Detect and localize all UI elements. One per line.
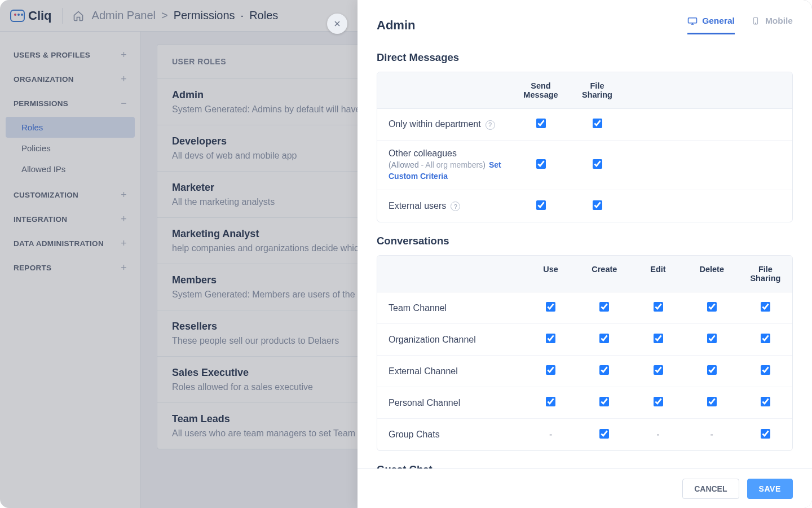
checkbox[interactable] [599,334,609,343]
checkbox[interactable] [761,365,770,375]
sidebar: USERS & PROFILES+ ORGANIZATION+ PERMISSI… [0,32,141,508]
sidebar-item-allowed-ips[interactable]: Allowed IPs [0,159,140,179]
tab-mobile[interactable]: Mobile [751,16,793,34]
cliq-icon [10,10,25,22]
panel-footer: CANCEL SAVE [358,468,812,508]
table-row: Other colleagues(Allowed - All org membe… [377,141,792,190]
checkbox[interactable] [536,119,546,128]
plus-icon: + [121,73,127,85]
tab-general[interactable]: General [687,16,735,34]
section-conversations: Conversations [377,235,793,247]
checkbox[interactable] [761,429,770,439]
not-applicable: - [549,430,552,439]
breadcrumbs: Admin Panel > Permissions · Roles [92,9,279,22]
checkbox[interactable] [546,397,555,406]
brand-logo: Cliq [10,8,52,23]
checkbox[interactable] [599,397,609,406]
checkbox[interactable] [654,397,663,406]
help-icon[interactable]: ? [486,120,495,130]
section-guest-chat: Guest Chat [377,463,793,468]
row-sublabel: (Allowed - All org members)Set Custom Cr… [389,160,501,182]
checkbox[interactable] [546,365,555,375]
section-direct-messages: Direct Messages [377,51,793,64]
close-icon [333,19,342,28]
dm-table: Send Message File Sharing Only within de… [377,72,793,222]
col-file-sharing: File Sharing [739,256,792,292]
role-detail-panel: Admin General Mobile Direct Messages Sen… [358,0,812,508]
divider [62,8,63,24]
crumb-permissions[interactable]: Permissions [174,9,235,22]
col-send-message: Send Message [513,72,569,108]
home-icon[interactable] [73,10,84,21]
crumb-admin[interactable]: Admin Panel [92,9,156,22]
nav-customization[interactable]: CUSTOMIZATION+ [0,183,140,207]
brand-name: Cliq [28,8,52,23]
close-button[interactable] [327,14,347,34]
help-icon[interactable]: ? [451,202,460,211]
row-label: Only within department? [377,111,513,137]
row-label: External Channel [377,358,524,384]
not-applicable: - [656,430,659,439]
row-label: Group Chats [377,422,524,448]
panel-tabs: General Mobile [687,16,793,34]
checkbox[interactable] [654,302,663,312]
nav-permissions[interactable]: PERMISSIONS− [0,91,140,116]
checkbox[interactable] [546,302,555,312]
plus-icon: + [121,189,127,201]
checkbox[interactable] [599,302,609,312]
monitor-icon [687,17,698,25]
nav-users-profiles[interactable]: USERS & PROFILES+ [0,43,140,67]
table-row: Personal Channel [377,387,792,419]
table-row: Group Chats--- [377,419,792,450]
table-row: External users? [377,190,792,222]
nav-reports[interactable]: REPORTS+ [0,256,140,280]
checkbox[interactable] [593,159,602,169]
crumb-sep: · [241,9,244,22]
checkbox[interactable] [707,397,717,406]
checkbox[interactable] [599,429,609,439]
table-row: Only within department? [377,109,792,141]
checkbox[interactable] [761,334,770,343]
crumb-roles[interactable]: Roles [249,9,278,22]
checkbox[interactable] [654,334,663,343]
row-label: Personal Channel [377,390,524,416]
checkbox[interactable] [761,397,770,406]
col-file-sharing: File Sharing [569,72,625,108]
col-use: Use [524,256,577,292]
checkbox[interactable] [593,200,602,210]
row-label: External users? [377,193,513,219]
row-label: Organization Channel [377,327,524,353]
nav-organization[interactable]: ORGANIZATION+ [0,67,140,91]
row-label: Team Channel [377,295,524,321]
checkbox[interactable] [654,365,663,375]
panel-title: Admin [377,18,415,33]
checkbox[interactable] [707,365,717,375]
checkbox[interactable] [593,119,602,128]
nav-data-admin[interactable]: DATA ADMINISTRATION+ [0,231,140,256]
table-row: Team Channel [377,292,792,324]
svg-point-2 [755,23,756,24]
crumb-sep: > [161,9,168,22]
plus-icon: + [121,238,127,249]
cancel-button[interactable]: CANCEL [682,479,739,499]
checkbox[interactable] [536,200,546,210]
checkbox[interactable] [707,302,717,312]
sidebar-item-roles[interactable]: Roles [6,117,135,138]
save-button[interactable]: SAVE [747,479,793,499]
col-create: Create [577,256,631,292]
checkbox[interactable] [546,334,555,343]
not-applicable: - [710,430,713,439]
conv-table: Use Create Edit Delete File Sharing Team… [377,255,793,451]
checkbox[interactable] [707,334,717,343]
nav-integration[interactable]: INTEGRATION+ [0,207,140,231]
plus-icon: + [121,262,127,274]
checkbox[interactable] [599,365,609,375]
checkbox[interactable] [761,302,770,312]
sidebar-item-policies[interactable]: Policies [0,138,140,159]
col-delete: Delete [685,256,739,292]
svg-rect-0 [689,18,697,23]
table-row: External Channel [377,356,792,387]
checkbox[interactable] [536,159,546,169]
plus-icon: + [121,213,127,225]
plus-icon: + [121,49,127,61]
